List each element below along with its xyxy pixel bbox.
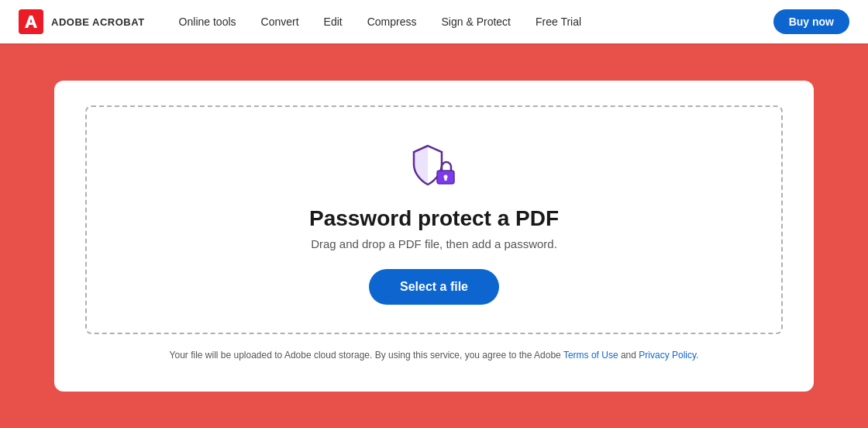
privacy-policy-link[interactable]: Privacy Policy [639, 350, 696, 361]
footer-text-before: Your file will be uploaded to Adobe clou… [170, 350, 563, 361]
upload-dropzone[interactable]: Password protect a PDF Drag and drop a P… [85, 105, 783, 334]
subtitle: Drag and drop a PDF file, then add a pas… [311, 237, 557, 250]
nav-item-compress[interactable]: Compress [358, 11, 426, 33]
footer-period: . [696, 350, 698, 361]
nav-item-sign-protect[interactable]: Sign & Protect [432, 11, 521, 33]
footer-notice: Your file will be uploaded to Adobe clou… [85, 350, 783, 361]
brand-logo-area[interactable]: ADOBE ACROBAT [19, 9, 145, 34]
adobe-logo-icon [19, 9, 43, 34]
footer-and: and [618, 350, 639, 361]
shield-lock-icon [406, 138, 462, 194]
nav-item-convert[interactable]: Convert [252, 11, 308, 33]
nav-item-edit[interactable]: Edit [315, 11, 352, 33]
buy-now-button[interactable]: Buy now [773, 9, 849, 34]
nav-menu: Online tools Convert Edit Compress Sign … [170, 11, 773, 33]
nav-item-free-trial[interactable]: Free Trial [526, 11, 591, 33]
main-content: Password protect a PDF Drag and drop a P… [0, 43, 868, 428]
brand-name: ADOBE ACROBAT [51, 16, 145, 28]
upload-card: Password protect a PDF Drag and drop a P… [54, 81, 814, 392]
nav-item-online-tools[interactable]: Online tools [170, 11, 246, 33]
main-title: Password protect a PDF [309, 206, 559, 231]
svg-rect-2 [445, 178, 447, 181]
select-file-button[interactable]: Select a file [369, 269, 499, 305]
navbar: ADOBE ACROBAT Online tools Convert Edit … [0, 0, 868, 43]
terms-of-use-link[interactable]: Terms of Use [563, 350, 618, 361]
